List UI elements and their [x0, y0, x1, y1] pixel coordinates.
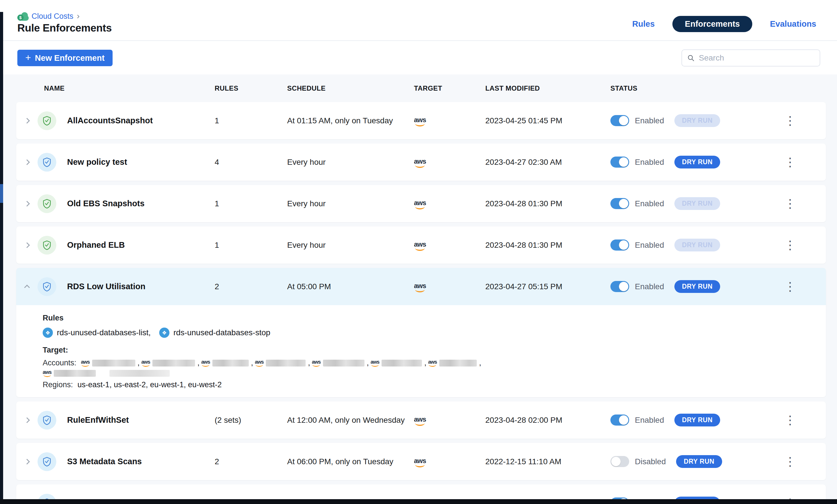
status-cell: Enabled DRY RUN ⋮ — [610, 239, 826, 251]
kebab-menu-icon[interactable]: ⋮ — [784, 414, 796, 426]
expand-row-button[interactable] — [16, 285, 37, 288]
policy-icon-cell — [37, 411, 66, 430]
aws-logo-icon: aws — [201, 359, 210, 367]
breadcrumb[interactable]: $ Cloud Costs › — [17, 12, 79, 21]
breadcrumb-label[interactable]: Cloud Costs — [32, 12, 73, 21]
rule-chip[interactable]: ❖rds-unused-databases-list, — [43, 328, 151, 338]
redacted-account: aws — [43, 370, 96, 377]
kebab-menu-icon[interactable]: ⋮ — [784, 281, 796, 293]
status-label: Enabled — [635, 199, 664, 208]
expand-row-button[interactable] — [16, 119, 37, 123]
last-modified: 2023-04-28 02:00 PM — [485, 416, 610, 425]
status-label: Enabled — [635, 116, 664, 125]
status-cell: Disabled DRY RUN ⋮ — [610, 455, 826, 468]
kebab-menu-icon[interactable]: ⋮ — [784, 198, 796, 210]
status-cell: Enabled DRY RUN ⋮ — [610, 156, 826, 168]
redacted-account: aws, — [371, 358, 426, 367]
policy-icon-cell — [37, 452, 66, 471]
schedule-text: At 06:00 PM, only on Tuesday — [287, 457, 414, 466]
search-input[interactable] — [699, 53, 815, 62]
expand-row-button[interactable] — [16, 202, 37, 206]
policy-icon-cell — [37, 236, 66, 255]
col-header-status: STATUS — [610, 85, 826, 92]
expand-row-button[interactable] — [16, 160, 37, 164]
toolbar: + New Enforcement — [3, 41, 837, 74]
enabled-toggle[interactable] — [610, 240, 629, 250]
dry-run-badge: DRY RUN — [674, 239, 720, 251]
schedule-text: At 05:00 PM — [287, 282, 414, 291]
table-row: RDS Low Utilisation 2 At 05:00 PM aws 20… — [16, 268, 826, 397]
rule-name: rds-unused-databases-stop — [174, 328, 270, 337]
aws-logo-icon: aws — [414, 116, 426, 127]
breadcrumb-chevron-icon: › — [77, 12, 79, 20]
rule-chip[interactable]: ❖rds-unused-databases-stop — [159, 328, 270, 338]
rules-count: 2 — [215, 457, 287, 466]
kebab-menu-icon[interactable]: ⋮ — [784, 456, 796, 468]
tab-rules[interactable]: Rules — [632, 19, 655, 29]
policy-icon-cell — [37, 194, 66, 213]
rules-count: 1 — [215, 199, 287, 208]
kebab-menu-icon[interactable]: ⋮ — [784, 239, 796, 251]
aws-logo-icon: aws — [414, 158, 426, 168]
shield-check-icon — [37, 194, 56, 213]
kebab-menu-icon[interactable]: ⋮ — [784, 115, 796, 127]
expand-row-button[interactable] — [16, 418, 37, 422]
target-cell: aws — [414, 156, 485, 168]
kebab-menu-icon[interactable]: ⋮ — [784, 156, 796, 168]
table-row: S3 Metadata Scans 2 At 06:00 PM, only on… — [16, 443, 826, 480]
app-frame-bottom-strip — [0, 499, 837, 504]
new-enforcement-label: New Enforcement — [35, 53, 105, 63]
dry-run-badge: DRY RUN — [674, 197, 720, 210]
rules-count: 1 — [215, 116, 287, 125]
col-header-name: NAME — [16, 85, 215, 92]
accounts-row: Accounts: aws,aws,aws,aws,aws,aws,aws,aw… — [43, 358, 509, 377]
aws-logo-icon: aws — [255, 359, 264, 367]
status-label: Enabled — [635, 416, 664, 425]
shield-check-icon — [37, 277, 56, 296]
shield-check-icon — [37, 153, 56, 172]
dry-run-badge: DRY RUN — [674, 114, 720, 127]
status-cell: Enabled DRY RUN ⋮ — [610, 414, 826, 426]
page-title: Rule Enforcements — [17, 22, 112, 34]
enforcement-name: New policy test — [66, 157, 215, 167]
enabled-toggle[interactable] — [610, 281, 629, 292]
expand-row-button[interactable] — [16, 243, 37, 247]
cloud-costs-icon: $ — [17, 12, 29, 21]
search-box[interactable] — [681, 50, 820, 67]
redacted-account: aws, — [428, 358, 481, 367]
tab-evaluations[interactable]: Evaluations — [770, 19, 816, 29]
schedule-text: Every hour — [287, 158, 414, 167]
status-cell: Enabled DRY RUN ⋮ — [610, 280, 826, 293]
expand-row-button[interactable] — [16, 460, 37, 464]
page-header: $ Cloud Costs › Rule Enforcements Rules … — [3, 0, 837, 41]
schedule-text: At 01:15 AM, only on Tuesday — [287, 116, 414, 125]
regions-row: Regions: us-east-1, us-east-2, eu-west-1… — [43, 380, 815, 389]
rule-icon: ❖ — [159, 328, 170, 338]
target-cell: aws — [414, 414, 485, 426]
tab-enforcements-active[interactable]: Enforcements — [672, 16, 752, 32]
dry-run-badge: DRY RUN — [674, 280, 720, 293]
enabled-toggle[interactable] — [610, 414, 629, 426]
target-cell: aws — [414, 240, 485, 251]
enabled-toggle[interactable] — [610, 198, 629, 209]
enforcement-name: RDS Low Utilisation — [66, 282, 215, 291]
app-frame-left-strip — [0, 12, 3, 500]
policy-icon-cell — [37, 277, 66, 296]
table-row: New policy test 4 Every hour aws 2023-04… — [16, 144, 826, 181]
target-section-label: Target: — [43, 346, 815, 355]
last-modified: 2022-12-15 11:10 AM — [485, 457, 610, 466]
enabled-toggle[interactable] — [610, 456, 629, 467]
enforcement-name: Orphaned ELB — [66, 240, 215, 250]
policy-icon-cell — [37, 153, 66, 172]
new-enforcement-button[interactable]: + New Enforcement — [17, 50, 112, 66]
enabled-toggle[interactable] — [610, 115, 629, 126]
shield-check-icon — [37, 236, 56, 255]
enabled-toggle[interactable] — [610, 156, 629, 168]
rule-icon: ❖ — [43, 328, 53, 338]
aws-logo-icon: aws — [312, 359, 321, 367]
aws-logo-icon: aws — [428, 359, 437, 367]
enforcement-name: RuleEnfWithSet — [66, 415, 215, 425]
schedule-text: Every hour — [287, 241, 414, 250]
col-header-schedule: SCHEDULE — [287, 85, 414, 92]
last-modified: 2023-04-27 02:30 AM — [485, 158, 610, 167]
